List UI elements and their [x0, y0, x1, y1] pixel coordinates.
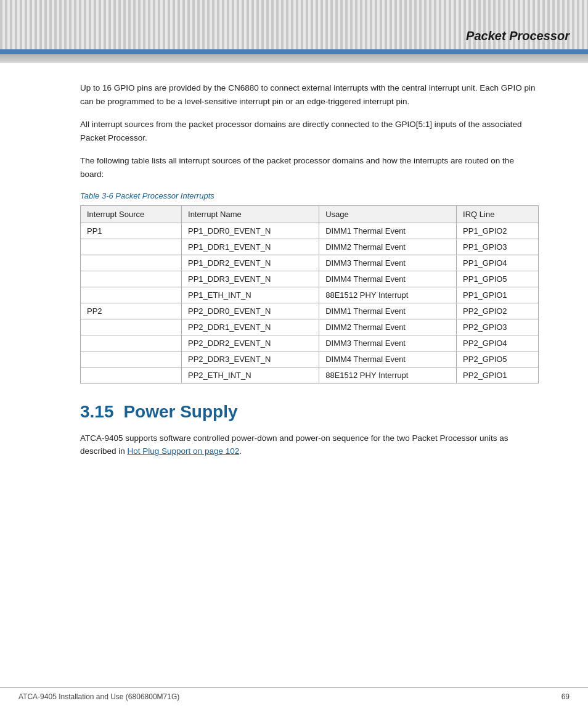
table-cell-8-3: PP2_GPIO5 [457, 351, 539, 367]
table-cell-4-3: PP1_GPIO1 [457, 287, 539, 303]
intro-paragraph-1: Up to 16 GPIO pins are provided by the C… [80, 81, 539, 108]
table-row: PP1_DDR1_EVENT_NDIMM2 Thermal EventPP1_G… [81, 239, 539, 255]
table-row: PP2PP2_DDR0_EVENT_NDIMM1 Thermal EventPP… [81, 303, 539, 319]
table-cell-3-1: PP1_DDR3_EVENT_N [182, 271, 319, 287]
table-row: PP1_ETH_INT_N88E1512 PHY InterruptPP1_GP… [81, 287, 539, 303]
header-pattern: Packet Processor [0, 0, 588, 49]
table-cell-0-3: PP1_GPIO2 [457, 223, 539, 239]
table-cell-2-2: DIMM3 Thermal Event [319, 255, 457, 271]
table-cell-5-1: PP2_DDR0_EVENT_N [182, 303, 319, 319]
table-cell-2-1: PP1_DDR2_EVENT_N [182, 255, 319, 271]
table-cell-9-2: 88E1512 PHY Interrupt [319, 367, 457, 383]
table-cell-4-0 [81, 287, 182, 303]
table-cell-9-0 [81, 367, 182, 383]
footer-right: 69 [561, 692, 570, 701]
footer-left: ATCA-9405 Installation and Use (6806800M… [18, 692, 179, 701]
table-cell-1-3: PP1_GPIO3 [457, 239, 539, 255]
table-row: PP1PP1_DDR0_EVENT_NDIMM1 Thermal EventPP… [81, 223, 539, 239]
table-cell-0-0: PP1 [81, 223, 182, 239]
table-row: PP2_DDR1_EVENT_NDIMM2 Thermal EventPP2_G… [81, 319, 539, 335]
table-cell-6-2: DIMM2 Thermal Event [319, 319, 457, 335]
table-cell-8-2: DIMM4 Thermal Event [319, 351, 457, 367]
intro-paragraph-2: All interrupt sources from the packet pr… [80, 118, 539, 144]
table-cell-5-3: PP2_GPIO2 [457, 303, 539, 319]
table-cell-7-3: PP2_GPIO4 [457, 335, 539, 351]
table-cell-3-3: PP1_GPIO5 [457, 271, 539, 287]
table-cell-9-1: PP2_ETH_INT_N [182, 367, 319, 383]
section-heading: 3.15 Power Supply [80, 402, 539, 422]
table-cell-5-2: DIMM1 Thermal Event [319, 303, 457, 319]
section-title: Power Supply [123, 402, 237, 421]
table-cell-6-3: PP2_GPIO3 [457, 319, 539, 335]
table-row: PP1_DDR2_EVENT_NDIMM3 Thermal EventPP1_G… [81, 255, 539, 271]
table-cell-4-1: PP1_ETH_INT_N [182, 287, 319, 303]
gray-stripe [0, 54, 588, 63]
section-body: ATCA-9405 supports software controlled p… [80, 432, 539, 458]
table-cell-3-2: DIMM4 Thermal Event [319, 271, 457, 287]
table-cell-4-2: 88E1512 PHY Interrupt [319, 287, 457, 303]
table-cell-2-0 [81, 255, 182, 271]
table-cell-1-1: PP1_DDR1_EVENT_N [182, 239, 319, 255]
table-cell-8-1: PP2_DDR3_EVENT_N [182, 351, 319, 367]
table-cell-9-3: PP2_GPIO1 [457, 367, 539, 383]
table-row: PP1_DDR3_EVENT_NDIMM4 Thermal EventPP1_G… [81, 271, 539, 287]
col-interrupt-source: Interrupt Source [81, 205, 182, 223]
section-number: 3.15 [80, 402, 114, 421]
main-content: Up to 16 GPIO pins are provided by the C… [0, 63, 588, 486]
hot-plug-link[interactable]: Hot Plug Support on page 102 [128, 446, 240, 456]
col-irq-line: IRQ Line [457, 205, 539, 223]
table-cell-5-0: PP2 [81, 303, 182, 319]
interrupt-table: Interrupt Source Interrupt Name Usage IR… [80, 205, 539, 384]
table-cell-6-1: PP2_DDR1_EVENT_N [182, 319, 319, 335]
table-cell-6-0 [81, 319, 182, 335]
col-usage: Usage [319, 205, 457, 223]
blue-bar [0, 49, 588, 54]
section-body-end: . [239, 446, 242, 456]
table-title: Table 3-6 Packet Processor Interrupts [80, 191, 539, 200]
table-cell-7-0 [81, 335, 182, 351]
table-cell-0-2: DIMM1 Thermal Event [319, 223, 457, 239]
table-cell-1-2: DIMM2 Thermal Event [319, 239, 457, 255]
table-cell-0-1: PP1_DDR0_EVENT_N [182, 223, 319, 239]
footer: ATCA-9405 Installation and Use (6806800M… [0, 687, 588, 706]
table-cell-8-0 [81, 351, 182, 367]
table-cell-7-1: PP2_DDR2_EVENT_N [182, 335, 319, 351]
table-row: PP2_ETH_INT_N88E1512 PHY InterruptPP2_GP… [81, 367, 539, 383]
table-row: PP2_DDR3_EVENT_NDIMM4 Thermal EventPP2_G… [81, 351, 539, 367]
table-cell-1-0 [81, 239, 182, 255]
col-interrupt-name: Interrupt Name [182, 205, 319, 223]
table-cell-2-3: PP1_GPIO4 [457, 255, 539, 271]
page-title: Packet Processor [466, 29, 570, 43]
table-cell-3-0 [81, 271, 182, 287]
header-title-area: Packet Processor [466, 29, 570, 43]
table-cell-7-2: DIMM3 Thermal Event [319, 335, 457, 351]
intro-paragraph-3: The following table lists all interrupt … [80, 154, 539, 181]
table-row: PP2_DDR2_EVENT_NDIMM3 Thermal EventPP2_G… [81, 335, 539, 351]
